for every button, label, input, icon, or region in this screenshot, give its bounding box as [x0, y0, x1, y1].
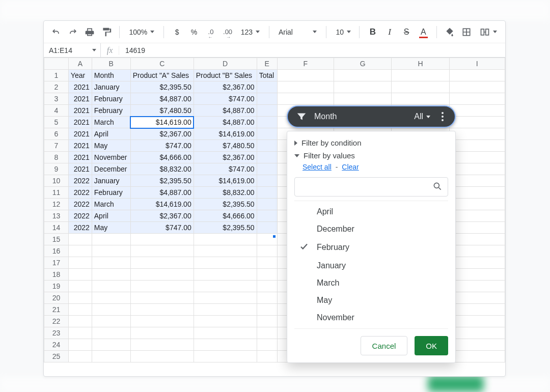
undo-button[interactable]: [49, 25, 63, 39]
row-header[interactable]: 17: [44, 257, 69, 269]
cell[interactable]: March: [92, 199, 130, 210]
italic-button[interactable]: I: [383, 25, 397, 39]
cell[interactable]: [449, 292, 505, 304]
filter-value-item[interactable]: March: [294, 274, 448, 292]
cell[interactable]: [449, 128, 505, 140]
row-header[interactable]: 22: [44, 316, 69, 327]
row-header[interactable]: 10: [44, 175, 69, 187]
cell[interactable]: [194, 327, 257, 339]
cell[interactable]: [277, 93, 334, 105]
cell[interactable]: [68, 245, 92, 257]
cell[interactable]: 2021: [68, 81, 92, 93]
filter-value-item[interactable]: February: [294, 238, 448, 257]
cell[interactable]: [92, 245, 130, 257]
cell[interactable]: May: [92, 140, 130, 152]
row-header[interactable]: 2: [44, 81, 69, 93]
select-all-link[interactable]: Select all: [302, 163, 332, 171]
cell[interactable]: [257, 81, 277, 93]
cell[interactable]: [449, 175, 505, 187]
cell[interactable]: [257, 257, 277, 269]
cell[interactable]: $2,395.50: [130, 81, 194, 93]
cell[interactable]: [68, 269, 92, 281]
cell[interactable]: 2022: [68, 199, 92, 210]
cell[interactable]: Total: [257, 70, 277, 81]
more-options-button[interactable]: [437, 112, 448, 121]
row-header[interactable]: 7: [44, 140, 69, 152]
cell[interactable]: $8,832.00: [130, 163, 194, 175]
cell[interactable]: [449, 81, 505, 93]
fill-color-button[interactable]: [443, 25, 457, 39]
filter-by-values-toggle[interactable]: Filter by values: [294, 149, 448, 162]
cell[interactable]: $2,395.50: [194, 199, 257, 210]
cell[interactable]: April: [92, 128, 130, 140]
row-header[interactable]: 15: [44, 234, 69, 245]
currency-format-button[interactable]: $: [170, 25, 184, 39]
cell[interactable]: [449, 339, 505, 351]
cell[interactable]: [130, 257, 194, 269]
cell[interactable]: [130, 281, 194, 292]
cell[interactable]: 2022: [68, 210, 92, 222]
cell[interactable]: [68, 281, 92, 292]
cell[interactable]: [257, 222, 277, 234]
cell[interactable]: [92, 316, 130, 327]
cell[interactable]: 2021: [68, 117, 92, 128]
cell[interactable]: [449, 245, 505, 257]
cell[interactable]: 2021: [68, 152, 92, 163]
cell[interactable]: 2022: [68, 222, 92, 234]
cell[interactable]: [130, 304, 194, 316]
cell[interactable]: [68, 339, 92, 351]
row-header[interactable]: 14: [44, 222, 69, 234]
cell[interactable]: January: [92, 81, 130, 93]
cell[interactable]: [392, 81, 449, 93]
row-header[interactable]: 25: [44, 351, 69, 362]
col-header[interactable]: D: [194, 58, 257, 70]
row-header[interactable]: 6: [44, 128, 69, 140]
cell[interactable]: 2021: [68, 128, 92, 140]
cell[interactable]: [257, 105, 277, 117]
cell[interactable]: 2021: [68, 93, 92, 105]
cell[interactable]: [449, 199, 505, 210]
cell[interactable]: [257, 199, 277, 210]
cell[interactable]: [257, 327, 277, 339]
cell[interactable]: [130, 351, 194, 362]
cell[interactable]: [257, 304, 277, 316]
cell[interactable]: [194, 269, 257, 281]
cell[interactable]: [130, 292, 194, 304]
cell[interactable]: $4,887.00: [130, 187, 194, 199]
cell[interactable]: 2021: [68, 140, 92, 152]
fill-handle[interactable]: [272, 235, 276, 238]
cell[interactable]: May: [92, 222, 130, 234]
cell[interactable]: Product "A" Sales: [130, 70, 194, 81]
cell[interactable]: [92, 327, 130, 339]
cell[interactable]: $2,367.00: [130, 210, 194, 222]
select-all-corner[interactable]: [44, 58, 69, 70]
clear-link[interactable]: Clear: [342, 163, 359, 171]
cell[interactable]: February: [92, 105, 130, 117]
cell[interactable]: [92, 257, 130, 269]
cell[interactable]: [68, 351, 92, 362]
col-header[interactable]: G: [334, 58, 391, 70]
cell[interactable]: [257, 117, 277, 128]
cell[interactable]: $747.00: [130, 140, 194, 152]
cell[interactable]: $7,480.50: [130, 105, 194, 117]
print-button[interactable]: [82, 25, 96, 39]
col-header[interactable]: E: [257, 58, 277, 70]
bold-button[interactable]: B: [366, 25, 379, 39]
cell[interactable]: Month: [92, 70, 130, 81]
cell[interactable]: [92, 304, 130, 316]
cell[interactable]: $747.00: [194, 163, 257, 175]
cell[interactable]: [449, 327, 505, 339]
zoom-dropdown[interactable]: 100%: [126, 28, 157, 36]
cell[interactable]: [449, 316, 505, 327]
cell[interactable]: $4,887.00: [194, 117, 257, 128]
cell[interactable]: $747.00: [130, 222, 194, 234]
cell[interactable]: [130, 269, 194, 281]
cell[interactable]: $2,367.00: [194, 152, 257, 163]
cell[interactable]: [449, 222, 505, 234]
cell[interactable]: [257, 292, 277, 304]
cell[interactable]: 2021: [68, 105, 92, 117]
cell[interactable]: [449, 304, 505, 316]
filter-value-item[interactable]: December: [294, 220, 448, 238]
row-header[interactable]: 11: [44, 187, 69, 199]
row-header[interactable]: 16: [44, 245, 69, 257]
